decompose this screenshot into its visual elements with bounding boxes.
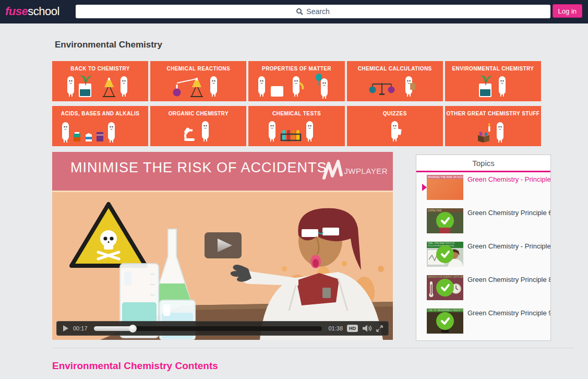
topics-list: MINIMISE THE RISK OF ACCIDENTS Green Che…: [416, 172, 550, 341]
play-overlay-button: [205, 232, 242, 258]
volume-icon[interactable]: [362, 325, 372, 332]
tile-chemical-tests[interactable]: Chemical Tests: [248, 106, 344, 146]
watched-check-icon: [427, 309, 463, 334]
tile-properties-of-matter[interactable]: Properties of Matter: [248, 61, 344, 101]
tile-illustration: [445, 116, 541, 144]
video-title: MINIMISE THE RISK OF ACCIDENTS: [70, 160, 327, 176]
contents-heading[interactable]: Environmental Chemistry Contents: [52, 360, 218, 372]
login-button[interactable]: Log in: [553, 4, 582, 18]
hd-toggle[interactable]: HD: [347, 325, 358, 332]
topics-header: Topics: [416, 155, 550, 172]
tile-organic-chemistry[interactable]: Organic Chemistry: [150, 106, 246, 146]
topic-label: Green Chemistry Principle 9: [467, 309, 550, 317]
search-input[interactable]: Search: [76, 5, 550, 18]
tile-other-chemistry-stuff[interactable]: Other Great Chemistry Stuff: [445, 106, 541, 146]
tile-label: Properties of Matter: [248, 66, 344, 72]
topic-item-green-chemistry-principle-7[interactable]: REAL-TIME ANALYSIS FOR POLLUTION PREVENT…: [416, 242, 550, 275]
tile-illustration: [248, 116, 344, 144]
category-tile-grid: Back to Chemistry Chemical Reactions Pro…: [52, 61, 541, 146]
duration: 01:38: [328, 325, 343, 331]
topics-panel: Topics MINIMISE THE RISK OF ACCIDENTS Gr…: [416, 155, 551, 341]
topic-item-green-chemistry-principle-6[interactable]: CATALYSIS Green Chemistry Principle 6: [416, 208, 550, 242]
tile-illustration: [150, 72, 246, 99]
top-navbar: fuseschool Search Log in: [0, 0, 588, 23]
login-label: Log in: [558, 7, 577, 15]
topic-thumbnail: USE OF RENEWABLE FEEDSTOCK: [427, 309, 463, 334]
tile-illustration: [347, 72, 443, 99]
video-progress-fill: [94, 326, 133, 331]
tile-label: Environmental Chemistry: [445, 66, 541, 72]
tile-label: Organic Chemistry: [150, 111, 246, 116]
current-time: 00:17: [73, 325, 88, 331]
search-placeholder: Search: [306, 7, 329, 16]
video-control-bar: 00:17 01:38 HD: [56, 321, 389, 336]
topic-label: Green Chemistry - Principle 5: [467, 175, 550, 183]
topic-item-green-chemistry-principle-9[interactable]: USE OF RENEWABLE FEEDSTOCK Green Chemist…: [416, 309, 550, 341]
video-player[interactable]: MINIMISE THE RISK OF ACCIDENTS JWPLAYER: [52, 152, 393, 340]
topic-thumbnail: CATALYSIS: [427, 208, 463, 233]
logo-part-fuse: fuse: [5, 5, 28, 18]
tile-chemical-reactions[interactable]: Chemical Reactions: [150, 61, 246, 101]
tile-back-to-chemistry[interactable]: Back to Chemistry: [52, 61, 148, 101]
tile-label: Acids, Bases and Alkalis: [52, 111, 148, 116]
tile-label: Back to Chemistry: [52, 66, 148, 72]
tile-label: Other Great Chemistry Stuff: [445, 111, 541, 116]
tile-illustration: [445, 72, 541, 99]
logo-part-school: school: [28, 5, 59, 18]
tile-label: Chemical Calculations: [347, 66, 443, 72]
tile-illustration: [52, 116, 148, 144]
topic-thumbnail: MINIMISE THE RISK OF ACCIDENTS: [427, 175, 463, 200]
topic-label: Green Chemistry Principle 8: [467, 276, 550, 283]
topic-thumbnail: REAL-TIME ANALYSIS FOR POLLUTION PREVENT…: [427, 242, 463, 267]
fullscreen-icon[interactable]: [376, 325, 383, 332]
fuseschool-logo[interactable]: fuseschool: [5, 5, 59, 18]
jwplayer-watermark-icon: JWPLAYER: [320, 159, 388, 182]
tile-environmental-chemistry[interactable]: Environmental Chemistry: [445, 61, 541, 101]
watched-check-icon: [427, 275, 463, 300]
topic-label: Green Chemistry - Principle 7: [467, 242, 550, 250]
tile-illustration: [150, 116, 246, 144]
topic-label: Green Chemistry Principle 6: [467, 209, 550, 217]
active-topic-arrow-icon: [422, 184, 427, 191]
tile-label: Chemical Tests: [248, 111, 344, 116]
tile-label: Chemical Reactions: [150, 66, 246, 72]
video-scene: [52, 191, 393, 342]
tile-label: Quizzes: [347, 111, 443, 116]
play-button[interactable]: [62, 325, 69, 332]
watched-check-icon: [427, 242, 463, 267]
topic-item-green-chemistry-principle-5[interactable]: MINIMISE THE RISK OF ACCIDENTS Green Che…: [416, 175, 550, 208]
watched-check-icon: [427, 208, 463, 233]
page-title: Environmental Chemistry: [55, 40, 162, 50]
section-divider: [52, 348, 574, 348]
tile-illustration: [248, 72, 344, 99]
tile-chemical-calculations[interactable]: Chemical Calculations: [347, 61, 443, 101]
search-icon: [296, 8, 303, 15]
tile-acids-bases-alkalis[interactable]: Acids, Bases and Alkalis: [52, 106, 148, 146]
progress-handle[interactable]: [129, 325, 137, 333]
tile-illustration: [52, 72, 148, 99]
topic-thumbnail: DESIGN FOR ENERGY EFFICIENCY: [427, 275, 463, 300]
topic-item-green-chemistry-principle-8[interactable]: DESIGN FOR ENERGY EFFICIENCY Green Chemi…: [416, 275, 550, 309]
video-title-frame: MINIMISE THE RISK OF ACCIDENTS JWPLAYER: [52, 152, 393, 191]
tile-quizzes[interactable]: Quizzes: [347, 106, 443, 146]
progress-bar[interactable]: [94, 326, 322, 331]
tile-illustration: [347, 116, 443, 144]
